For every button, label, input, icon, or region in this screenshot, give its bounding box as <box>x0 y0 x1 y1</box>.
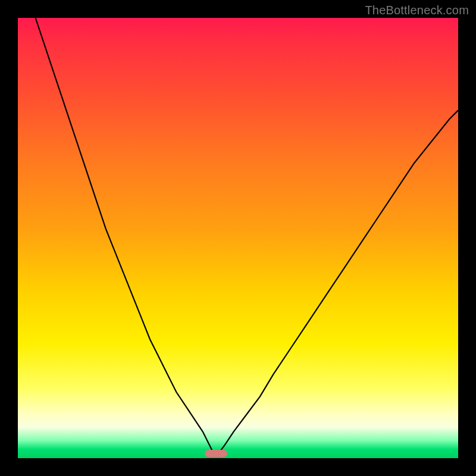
curve-left-branch <box>36 18 214 454</box>
watermark-text: TheBottleneck.com <box>365 4 469 17</box>
vertex-marker <box>205 450 227 457</box>
chart-frame: TheBottleneck.com <box>0 0 476 476</box>
plot-area <box>18 18 458 458</box>
bottleneck-curve <box>18 18 458 458</box>
curve-right-branch <box>218 110 458 453</box>
